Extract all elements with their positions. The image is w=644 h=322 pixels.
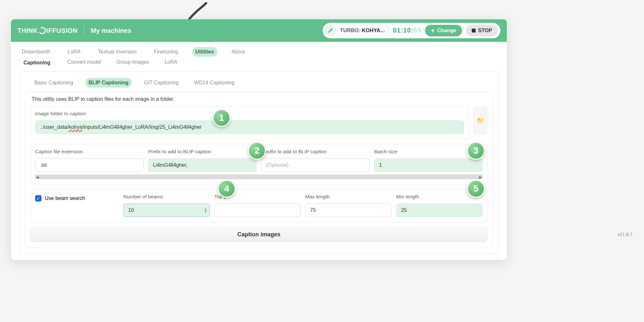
scroll-left-icon: ◀ [36, 175, 39, 179]
prefix-input[interactable] [148, 158, 257, 172]
stop-icon [472, 29, 476, 33]
folder-fieldbox: Image folder to caption ../user_data/koh… [30, 106, 469, 139]
beam-label: Use beam search [45, 195, 85, 201]
folder-input[interactable]: ../user_data/kohya/inputs/Li4mG4ll4gher_… [35, 120, 464, 134]
machine-name: TURBO: KOHYA... [340, 28, 385, 33]
annotation-5: 5 [467, 180, 485, 198]
prefix-label: Prefix to add to BLIP caption [148, 149, 257, 155]
batch-label: Batch size [374, 149, 483, 155]
maxlen-label: Max length [305, 194, 392, 200]
blip-description: This utility uses BLIP to caption files … [30, 96, 488, 106]
level3-tabs: Basic Captioning BLIP Captioning GIT Cap… [25, 76, 493, 91]
ext-label: Caption file extension [35, 149, 144, 155]
maxlen-col: Max length [305, 194, 392, 217]
ext-input[interactable] [35, 158, 144, 172]
tab-textual-inversion[interactable]: Textual Inversion [95, 47, 140, 57]
beam-row: ✓ Use beam search Number of beams ▲▼ [35, 194, 483, 217]
tab-git-captioning[interactable]: GIT Captioning [141, 78, 182, 88]
postfix-col: Postfix to add to BLIP caption [261, 149, 370, 172]
annotation-1: 1 [213, 109, 231, 127]
tab-group-images[interactable]: Group Images [113, 57, 152, 67]
batch-input[interactable] [374, 158, 483, 172]
prefix-col: Prefix to add to BLIP caption [148, 149, 257, 172]
level1-tabs: Dreambooth LoRA Textual Inversion Finetu… [17, 44, 501, 57]
tab-lora-sub[interactable]: LoRA [161, 57, 181, 67]
annotation-4: 4 [218, 180, 236, 198]
session-timer: 01:10:55 [393, 27, 421, 34]
change-button[interactable]: + Change [425, 25, 462, 36]
minlen-col: Min length [396, 194, 483, 217]
annotation-2: 2 [248, 142, 266, 160]
tab-captioning[interactable]: Captioning [19, 58, 55, 68]
topp-input[interactable] [214, 204, 301, 217]
folder-browse-button[interactable]: 📁 [473, 106, 488, 135]
postfix-input[interactable] [261, 158, 370, 172]
folder-icon: 📁 [477, 117, 485, 124]
version-label: v21.8.7 [618, 232, 632, 237]
checkmark-icon: ✓ [35, 195, 42, 202]
tab-dreambooth[interactable]: Dreambooth [19, 47, 53, 57]
annotation-3: 3 [467, 142, 485, 160]
my-machines-link[interactable]: My machines [91, 27, 131, 34]
app-window: THINK IFFUSION My machines TURBO: KOHYA.… [11, 19, 507, 260]
tab-basic-captioning[interactable]: Basic Captioning [31, 78, 76, 88]
scroll-right-icon: ▶ [479, 175, 482, 179]
stop-button[interactable]: STOP [466, 25, 498, 36]
brand-ring-icon [38, 26, 46, 35]
divider [389, 26, 389, 35]
folder-label: Image folder to caption [35, 111, 464, 117]
brand-logo: THINK IFFUSION [17, 27, 78, 34]
plus-icon: + [431, 27, 435, 34]
svg-point-0 [331, 29, 332, 30]
machine-status-pill: TURBO: KOHYA... 01:10:55 + Change STOP [323, 23, 500, 38]
beam-fieldbox: ✓ Use beam search Number of beams ▲▼ [30, 189, 488, 223]
numbeams-label: Number of beams [123, 194, 210, 200]
maxlen-input[interactable] [305, 204, 392, 217]
tab-lora[interactable]: LoRA [64, 47, 84, 57]
ext-col: Caption file extension [35, 149, 144, 172]
folder-row: Image folder to caption ../user_data/koh… [30, 106, 488, 144]
numbeams-col: Number of beams ▲▼ [123, 194, 210, 217]
spinner-arrows-icon[interactable]: ▲▼ [204, 207, 207, 213]
level2-tabs: Captioning Convert model Group Images Lo… [17, 57, 501, 71]
topbar: THINK IFFUSION My machines TURBO: KOHYA.… [11, 19, 507, 42]
blip-panel: This utility uses BLIP to caption files … [25, 91, 493, 248]
horizontal-scrollbar[interactable]: ◀ ▶ [35, 175, 483, 179]
utilities-panel: Basic Captioning BLIP Captioning GIT Cap… [19, 71, 498, 254]
beam-col: ✓ Use beam search [35, 194, 119, 202]
brand-post: IFFUSION [46, 27, 78, 34]
minlen-input[interactable] [396, 204, 483, 217]
tab-convert-model[interactable]: Convert model [64, 57, 104, 67]
tab-blip-captioning[interactable]: BLIP Captioning [85, 78, 132, 88]
rocket-icon [325, 25, 336, 36]
tab-finetuning[interactable]: Finetuning [151, 47, 181, 57]
tab-about[interactable]: About [228, 47, 248, 57]
caption-images-button[interactable]: Caption images [30, 227, 488, 242]
batch-col: Batch size [374, 149, 483, 172]
use-beam-checkbox[interactable]: ✓ Use beam search [35, 194, 119, 202]
brand-pre: THINK [17, 27, 38, 34]
tab-wd14-captioning[interactable]: WD14 Captioning [191, 78, 238, 88]
divider [84, 25, 84, 36]
numbeams-input[interactable] [123, 204, 210, 217]
postfix-label: Postfix to add to BLIP caption [261, 149, 370, 155]
tab-utilities[interactable]: Utilities [192, 47, 217, 57]
